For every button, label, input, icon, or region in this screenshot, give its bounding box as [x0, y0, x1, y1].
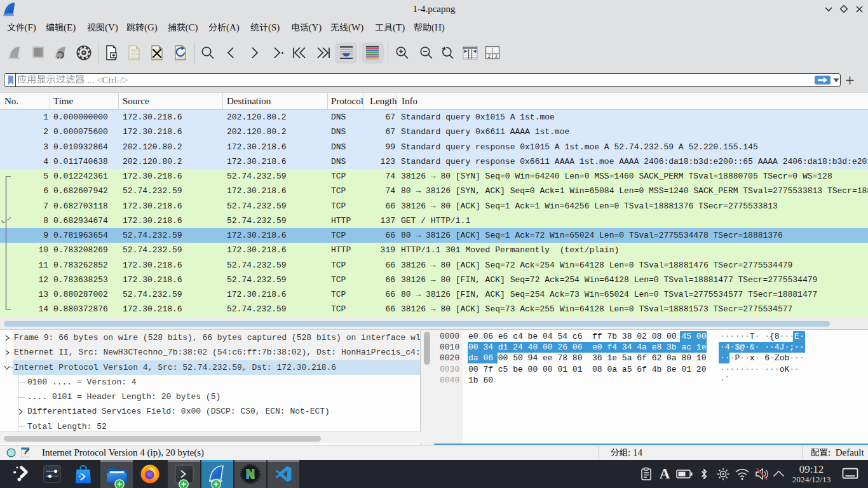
- svg-text:2: 2: [488, 53, 491, 59]
- svg-text:0111: 0111: [177, 56, 186, 60]
- svg-text:0111: 0111: [131, 56, 140, 60]
- svg-text:0111: 0111: [154, 56, 163, 60]
- svg-text:1: 1: [491, 48, 494, 53]
- svg-text:3: 3: [495, 53, 498, 59]
